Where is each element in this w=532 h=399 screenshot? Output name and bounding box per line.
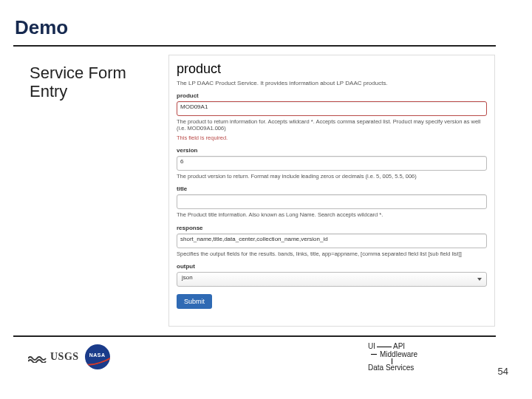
response-input[interactable]: short_name,title,data_center,collection_… (177, 233, 487, 248)
diagram-line-icon (371, 354, 377, 355)
diagram-dataservices-label: Data Services (368, 364, 464, 372)
output-label: output (177, 263, 487, 270)
nasa-text: NASA (85, 352, 110, 358)
product-input[interactable]: MOD09A1 (177, 101, 487, 116)
diagram-line-icon (377, 347, 392, 347)
response-label: response (177, 225, 487, 231)
title-label: title (177, 185, 487, 192)
title-help: The Product title information. Also know… (177, 211, 487, 218)
form-screenshot: product The LP DAAC Product Service. It … (168, 55, 495, 327)
product-label: product (177, 92, 487, 99)
slide-number: 54 (498, 366, 508, 377)
version-help: The product version to return. Format ma… (177, 173, 487, 180)
page-title: Demo (15, 16, 68, 39)
response-help: Specifies the output fields for the resu… (177, 250, 487, 257)
slide-caption: Service Form Entry (30, 64, 140, 101)
nasa-swoosh-icon (85, 347, 110, 368)
nasa-logo: NASA (85, 344, 110, 369)
version-label: version (177, 147, 487, 154)
form-subdesc: The LP DAAC Product Service. It provides… (177, 80, 487, 86)
output-value: json (182, 274, 193, 281)
divider-top (13, 45, 496, 47)
usgs-text: USGS (50, 351, 79, 363)
slide: Demo Service Form Entry product The LP D… (0, 0, 532, 399)
usgs-wave-icon (28, 351, 47, 363)
divider-bottom (13, 335, 496, 337)
product-required-msg: This field is required. (177, 134, 487, 141)
diagram-middleware-label: Middleware (380, 351, 417, 359)
footer-logos: USGS NASA (28, 344, 110, 369)
diagram-api-label: API (393, 343, 405, 351)
form-heading: product (177, 61, 487, 77)
usgs-logo: USGS (28, 351, 79, 363)
diagram-ui-label: UI (368, 343, 375, 351)
version-input[interactable]: 6 (177, 156, 487, 171)
output-select[interactable]: json (177, 272, 487, 287)
architecture-diagram: UI API Middleware Data Services (368, 343, 464, 372)
submit-button[interactable]: Submit (177, 294, 212, 309)
title-input[interactable] (177, 194, 487, 209)
product-help: The product to return information for. A… (177, 118, 487, 132)
